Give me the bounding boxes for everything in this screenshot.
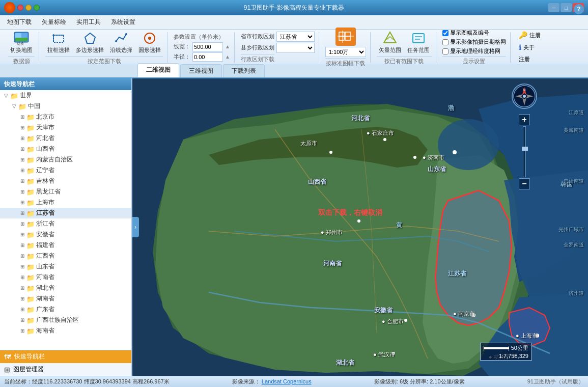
win-max[interactable] xyxy=(34,5,40,11)
tree-item-hunan[interactable]: ⊞📁湖南省 xyxy=(0,293,131,304)
chk-grid-number[interactable] xyxy=(442,30,449,36)
select-width-btn[interactable] xyxy=(335,27,356,46)
tree-item-nmg[interactable]: ⊞📁内蒙古自治区 xyxy=(0,154,131,165)
tab-3d[interactable]: 三维视图 xyxy=(180,64,222,77)
menu-vector[interactable]: 矢量标绘 xyxy=(37,16,71,29)
toolbar: 切换 切换地图 数据源 拉框选择 多边形选择 xyxy=(0,30,588,65)
poly-select-btn[interactable]: 多边形选择 xyxy=(74,29,106,55)
line-width-input[interactable] xyxy=(192,42,223,51)
county-select[interactable] xyxy=(276,43,315,53)
tree-item-liaoning[interactable]: ⊞📁辽宁省 xyxy=(0,165,131,176)
exp-ah[interactable]: ⊞ xyxy=(18,231,26,239)
exp-hainan[interactable]: ⊞ xyxy=(18,327,26,335)
tree-item-guangxi[interactable]: ⊞📁广西壮族自治区 xyxy=(0,315,131,325)
exp-bj[interactable]: ⊞ xyxy=(18,113,26,121)
exp-sd[interactable]: ⊞ xyxy=(18,263,26,271)
half-width-input[interactable] xyxy=(192,52,223,62)
lbl-hunan: 湖南省 xyxy=(36,294,54,303)
exp-hubei[interactable]: ⊞ xyxy=(18,284,26,292)
expander-china[interactable]: ▽ xyxy=(10,102,18,110)
tab-2d[interactable]: 二维视图 xyxy=(137,63,179,77)
exp-sx[interactable]: ⊞ xyxy=(18,145,26,153)
svg-point-34 xyxy=(535,334,539,338)
tree-item-fujian[interactable]: ⊞📁福建省 xyxy=(0,240,131,251)
exp-jx[interactable]: ⊞ xyxy=(18,252,26,260)
lbl-nmg: 内蒙古自治区 xyxy=(36,155,73,164)
tree-item-jiangxi[interactable]: ⊞📁江西省 xyxy=(0,251,131,261)
exp-nmg[interactable]: ⊞ xyxy=(18,156,26,164)
province-select[interactable]: 江苏省 xyxy=(276,32,315,42)
tree-item-jiangsu[interactable]: ⊞📁江苏省 xyxy=(0,208,131,218)
exp-hunan[interactable]: ⊞ xyxy=(18,295,26,303)
minimize-btn[interactable]: ─ xyxy=(548,3,559,12)
help-btn[interactable]: ? xyxy=(574,4,584,14)
tree-item-shandong[interactable]: ⊞📁山东省 xyxy=(0,261,131,272)
tree-item-china[interactable]: ▽ 📁 中国 xyxy=(0,101,131,112)
reg-btn-2[interactable]: 注册 xyxy=(517,54,532,64)
switch-map-btn[interactable]: 切换 切换地图 xyxy=(8,29,35,55)
exp-gx[interactable]: ⊞ xyxy=(18,316,26,324)
menu-tools[interactable]: 实用工具 xyxy=(71,16,106,29)
sidebar-tree[interactable]: ▽ 📁 世界 ▽ 📁 中国 ⊞📁北京市 ⊞📁天津市 ⊞📁河北省 ⊞📁山西省 ⊞📁… xyxy=(0,90,131,350)
menu-map-download[interactable]: 地图下载 xyxy=(2,16,37,29)
exp-sh[interactable]: ⊞ xyxy=(18,199,26,207)
win-close[interactable] xyxy=(17,5,23,11)
circle-select-btn[interactable]: 圆形选择 xyxy=(136,29,163,55)
sidebar-nav-btn[interactable]: 🗺 快速导航栏 xyxy=(0,350,131,363)
exp-ln[interactable]: ⊞ xyxy=(18,167,26,175)
tree-item-jilin[interactable]: ⊞📁吉林省 xyxy=(0,176,131,186)
tab-downloads[interactable]: 下载列表 xyxy=(223,64,265,77)
tree-item-heilong[interactable]: ⊞📁黑龙江省 xyxy=(0,186,131,197)
tree-item-hebei[interactable]: ⊞📁河北省 xyxy=(0,133,131,144)
tree-item-hubei[interactable]: ⊞📁湖北省 xyxy=(0,283,131,293)
source-link[interactable]: Landsat Copernicus xyxy=(262,378,312,384)
vector-range-btn[interactable]: 矢量范围 xyxy=(377,29,403,55)
tree-item-hainan[interactable]: ⊞📁海南省 xyxy=(0,325,131,336)
reg-btn-1[interactable]: 🔑 注册 xyxy=(517,30,543,40)
line-select-btn[interactable]: 沿线选择 xyxy=(108,29,134,55)
tree-item-world[interactable]: ▽ 📁 世界 xyxy=(0,90,131,101)
map-area[interactable]: 河北省 ● 石家庄市 太原市 渤 山东省 ● 济南市 山西省 ● 郑州市 河南省… xyxy=(132,78,588,376)
expander-world[interactable]: ▽ xyxy=(2,92,10,100)
status-coords: 当前坐标：经度116.223336730 纬度30.964393394 高程26… xyxy=(4,378,170,385)
rect-select-btn[interactable]: 拉框选择 xyxy=(45,29,72,55)
zoom-in-btn[interactable]: + xyxy=(519,114,530,125)
scale-select[interactable]: 1:100万 xyxy=(325,47,366,57)
tree-item-beijing[interactable]: ⊞📁北京市 xyxy=(0,112,131,122)
title-bar: 91卫图助手-影像高程矢量专业下载器 ─ □ ✕ xyxy=(0,0,588,15)
tree-item-shanxi[interactable]: ⊞📁山西省 xyxy=(0,144,131,154)
exp-jl[interactable]: ⊞ xyxy=(18,177,26,185)
sidebar: 快速导航栏 ▽ 📁 世界 ▽ 📁 中国 ⊞📁北京市 ⊞📁天津市 ⊞📁河北省 ⊞📁… xyxy=(0,78,132,376)
exp-hl[interactable]: ⊞ xyxy=(18,188,26,196)
zoom-slider[interactable] xyxy=(523,126,526,177)
tree-item-tianjin[interactable]: ⊞📁天津市 xyxy=(0,122,131,133)
exp-fj[interactable]: ⊞ xyxy=(18,241,26,250)
sidebar-layers-btn[interactable]: ⊞ 图层管理器 xyxy=(0,363,131,376)
zoom-out-btn[interactable]: − xyxy=(519,178,530,189)
exp-tj[interactable]: ⊞ xyxy=(18,124,26,132)
exp-js[interactable]: ⊞ xyxy=(18,209,26,217)
win-min[interactable] xyxy=(25,5,32,11)
tree-item-guangdong[interactable]: ⊞📁广东省 xyxy=(0,304,131,315)
tree-item-zhejiang[interactable]: ⊞📁浙江省 xyxy=(0,218,131,229)
exp-hb[interactable]: ⊞ xyxy=(18,134,26,143)
tree-item-shanghai[interactable]: ⊞📁上海市 xyxy=(0,197,131,208)
sidebar-toggle-btn[interactable]: › xyxy=(132,217,139,237)
tree-item-anhui[interactable]: ⊞📁安徽省 xyxy=(0,229,131,240)
spin-up-2[interactable]: ▲ xyxy=(225,54,230,60)
exp-gd[interactable]: ⊞ xyxy=(18,306,26,314)
compass[interactable]: N xyxy=(512,84,537,109)
chk-image-date[interactable] xyxy=(442,39,449,45)
exp-hn[interactable]: ⊞ xyxy=(18,273,26,282)
task-range-btn[interactable]: 任务范围 xyxy=(405,29,432,55)
rect-select-label: 拉框选择 xyxy=(47,46,70,54)
tree-item-henan[interactable]: ⊞📁河南省 xyxy=(0,272,131,283)
menu-settings[interactable]: 系统设置 xyxy=(106,16,141,29)
province-label1: 省市行政区划 xyxy=(241,33,274,40)
spin-up-1[interactable]: ▲ xyxy=(225,44,230,49)
about-btn[interactable]: ℹ 关于 xyxy=(517,42,537,52)
exp-zj[interactable]: ⊞ xyxy=(18,220,26,228)
chk-geo-grid[interactable] xyxy=(442,48,449,54)
by-std-label: 按标准图幅下载 xyxy=(325,58,366,67)
maximize-btn[interactable]: □ xyxy=(561,3,572,12)
